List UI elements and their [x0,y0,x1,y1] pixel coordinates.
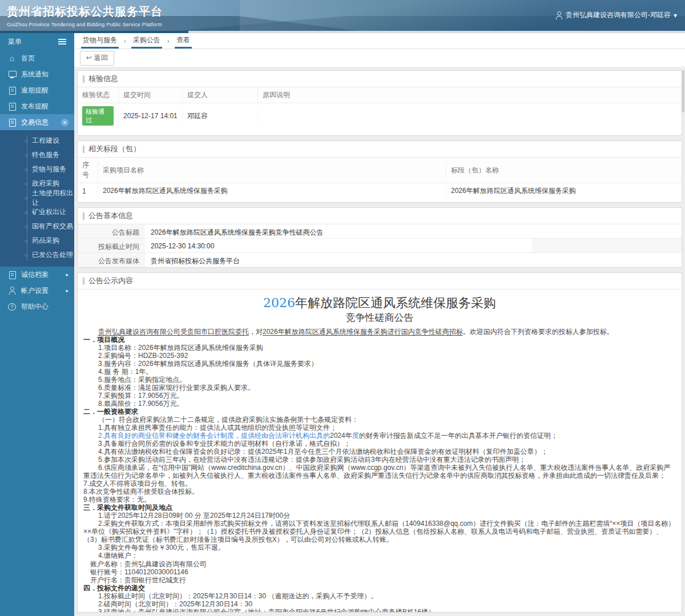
verify-table-header: 核验状态 提交时间 提交人 原因说明 [78,87,682,103]
scrollbar-thumb[interactable] [682,70,684,112]
doc-line: 银行账号：11040120030001146 [83,568,676,576]
verify-section-title: 核验信息 [78,71,682,87]
user-icon [555,11,563,19]
section-marker [83,277,84,285]
doc-line-financial-credit: 2.具有良好的商业信誉和健全的财务会计制度，提供经由合法审计机构出具的2024年… [83,432,676,440]
hamburger-icon[interactable] [58,41,66,42]
doc-line: 6.质量标准：满足国家现行行业要求及采购人要求。 [83,384,676,392]
help-icon [8,303,16,311]
diamond-bullet-icon: ◇ [25,210,27,215]
main-content: 货物与服务 › 采购公告 › 查看 ↩ 返回 核验信息 核验状态 提交时间 提交… [74,33,685,616]
doc-line: 四．投标文件的递交 [83,584,676,592]
sidebar-item[interactable]: 发布提醒 [0,98,74,114]
doc-line: 4.缴纳账户： [83,551,676,559]
diamond-bullet-icon: ◇ [25,224,27,229]
breadcrumb-item-view[interactable]: 查看 [175,33,192,49]
diamond-bullet-icon: ◇ [25,239,27,243]
col-header: 提交人 [183,87,258,103]
breadcrumb-item-procurement-notice[interactable]: 采购公告 [131,33,162,49]
col-header: 标段（包）名称 [446,163,682,178]
verify-table-row: 核验通过 2025-12-17 14:01 邓廷容 [78,103,682,128]
doc-line: 2.采购编号：HDZB-2025-392 [83,352,676,360]
table-row: 1 2026年解放路院区通风系统维保服务采购 2026年解放路院区通风系统维保服… [78,183,682,199]
user-menu[interactable]: 贵州弘典建设咨询有限公司-邓廷容 ▾ [555,10,677,20]
back-button[interactable]: ↩ 返回 [80,51,114,66]
app-header: 贵州省招标投标公共服务平台 GuiZhou Province Tendering… [0,0,685,31]
verify-section: 核验信息 核验状态 提交时间 提交人 原因说明 核验通过 2025-12-17 … [77,70,682,136]
section-marker [83,212,84,220]
breadcrumb-item-goods-services[interactable]: 货物与服务 [81,33,119,49]
sidebar-subitem[interactable]: ◇ 国有产权交易 [0,219,74,233]
page-subtitle: GuiZhou Province Tendering and Bidding P… [7,22,163,27]
info-label: 投标截止时间 [78,239,145,252]
doc-line: 3.服务内容：2026年解放路院区通风系统维保服务（具体详见服务要求） [83,360,676,368]
doc-title-year: 2026 [263,296,295,310]
doc-icon [8,118,16,126]
doc-icon [8,271,16,279]
sidebar-subitem[interactable]: ◇ 药品采购 [0,233,74,248]
doc-title: 2026年解放路院区通风系统维保服务采购 [83,296,676,311]
doc-line: 2.磋商时间（北京时间）：2025年12月30日14：30 [83,600,676,608]
sidebar-item[interactable]: 诚信档案 ▸ [0,267,74,283]
sidebar-subitem[interactable]: ◇ 货物与服务 [0,162,74,176]
basic-info-section-title: 公告基本信息 [78,208,682,224]
back-arrow-icon: ↩ [86,54,92,62]
page-title: 贵州省招标投标公共服务平台 [7,4,163,19]
breadcrumb: 货物与服务 › 采购公告 › 查看 [74,33,685,49]
packages-table-header: 序号 采购项目名称 标段（包）名称 [78,158,682,183]
doc-line: 一．项目概况 [83,336,676,344]
brand: 贵州省招标投标公共服务平台 GuiZhou Province Tendering… [7,4,163,27]
chevron-down-icon: ▾ [674,11,677,19]
sidebar-subitem[interactable]: ◇ 工程建设 [0,134,74,148]
chevron-icon: ▾ [61,119,68,126]
toolbar: ↩ 返回 [74,49,685,67]
doc-intro-paragraph: 贵州弘典建设咨询有限公司受贵阳市口腔医院委托，对2026年解放路院区通风系统维保… [83,328,676,336]
status-badge: 核验通过 [82,106,114,126]
breadcrumb-separator: › [119,33,131,49]
diamond-bullet-icon: ◇ [25,139,27,143]
doc-body-part1: 一．项目概况1.项目名称：2026年解放路院区通风系统维保服务采购2.采购编号：… [83,336,676,432]
col-header: 序号 [78,158,98,183]
diamond-bullet-icon: ◇ [25,182,27,186]
sidebar-subitem[interactable]: ◇ 已发公告处理 [0,248,74,262]
doc-line: 开户行名：贵阳银行世纪城支行 [83,576,676,584]
sidebar-item[interactable]: 交易信息 ▾ [0,114,74,130]
col-header: 原因说明 [258,87,682,103]
chevron-right-icon: ▸ [66,288,68,293]
diamond-bullet-icon: ◇ [25,153,27,158]
doc-line: 1.请于2025年12月28日09时 00 分 至2025年12月24日17时0… [83,512,676,520]
info-value: 2025-12-30 14:30:00 [145,239,532,252]
doc-line: 账户名称：贵州弘典建设咨询有限公司 [83,560,676,568]
sidebar-item[interactable]: 逾期提醒 [0,82,74,98]
doc-line: 1.具有独立承担民事责任的能力：提供法人或其他组织的营业执照等证明文件； [83,424,676,432]
diamond-bullet-icon: ◇ [25,196,27,200]
col-header: 采购项目名称 [98,163,446,178]
info-label: 公告发布媒体 [78,253,145,267]
doc-line: 7.采购预算：17.9056万元。 [83,392,676,400]
sidebar-item[interactable]: 帐户设置 ▸ [0,283,74,299]
sidebar-item[interactable]: 帮助中心 [0,299,74,315]
doc-body-part2: 3.具备履行合同所必需的设备和专业技术能力的证明材料（自行承诺，格式自拟）；4.… [83,440,676,612]
basic-info-section: 公告基本信息 公告标题 2026年解放路院区通风系统维保服务采购竞争性磋商公告 … [77,207,682,268]
sidebar-subitem[interactable]: ◇ 土地使用权出让 [0,191,74,205]
doc-line: 5.参加本次采购活动前三年内，在经营活动中没有违法违规记录：提供参加政府采购活动… [83,456,676,464]
sidebar-item[interactable]: 系统通知 [0,66,74,82]
verify-status-cell: 核验通过 [78,103,119,128]
packages-section-title: 相关标段（包） [78,141,682,158]
doc-line: 二．一般资格要求 [83,408,676,416]
sidebar: 菜单 首页 系统通知 逾期提醒 发布提醒 交易信息 ▾ ◇ 工程建设 ◇ [0,33,74,616]
sidebar-submenu: ◇ 工程建设 ◇ 特色服务 ◇ 货物与服务 ◇ 政府采购 ◇ 土地使用权出让 ◇… [0,130,74,267]
home-icon [8,54,16,62]
sidebar-subitem[interactable]: ◇ 矿业权出让 [0,205,74,219]
user-name: 贵州弘典建设咨询有限公司-邓廷容 [566,10,671,20]
doc-line: 8.最高限价：17.9056万元。 [83,400,676,408]
info-value: 2026年解放路院区通风系统维保服务采购竞争性磋商公告 [145,224,682,238]
doc-line: 5.服务地点：采购指定地点。 [83,376,676,384]
doc-line: 2.采购文件获取方式：本项目采用邮件形式购买招标文件，请将以下资料发送至招标代理… [83,520,676,543]
info-row: 公告发布媒体 贵州省招标投标公共服务平台 [78,253,682,267]
breadcrumb-separator: › [162,33,175,49]
doc-line: 6.供应商须承诺，在“信用中国”网站（www.creditchina.gov.c… [83,464,676,480]
sidebar-item[interactable]: 首页 [0,50,74,66]
notice-document: 2026年解放路院区通风系统维保服务采购 竞争性磋商公告 贵州弘典建设咨询有限公… [78,289,682,612]
sidebar-subitem[interactable]: ◇ 特色服务 [0,148,74,162]
